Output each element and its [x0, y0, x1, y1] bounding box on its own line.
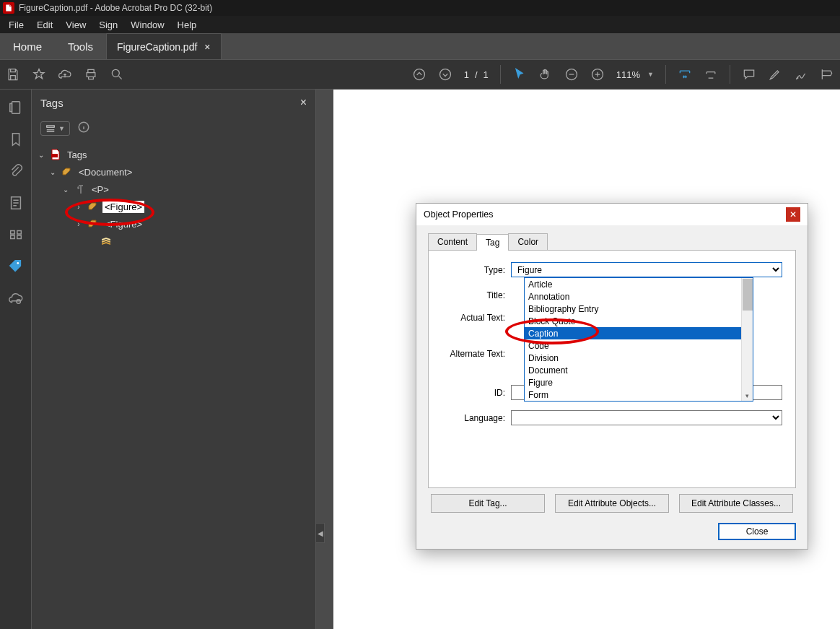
- menu-window[interactable]: Window: [125, 18, 170, 32]
- attachments-icon[interactable]: [8, 163, 24, 179]
- toolbar-separator: [665, 65, 666, 84]
- svg-point-2: [439, 69, 450, 80]
- dialog-tab-tag[interactable]: Tag: [476, 234, 509, 251]
- panel-collapse-handle[interactable]: ◀: [316, 523, 325, 543]
- tag-icon: [87, 217, 100, 230]
- dropdown-item[interactable]: Form: [525, 389, 753, 401]
- title-label: Title:: [442, 290, 511, 300]
- svg-point-1: [414, 69, 424, 80]
- dialog-tabs: Content Tag Color: [428, 233, 796, 250]
- menu-sign[interactable]: Sign: [93, 18, 123, 32]
- tree-figure-2[interactable]: › <Figure>: [36, 215, 311, 233]
- zoom-level[interactable]: 111% ▼: [616, 69, 654, 80]
- svg-rect-6: [9, 104, 12, 112]
- dialog-tab-color[interactable]: Color: [508, 233, 548, 250]
- fit-page-icon[interactable]: [704, 67, 718, 82]
- zoom-out-icon[interactable]: [564, 67, 579, 82]
- search-icon[interactable]: [110, 67, 124, 82]
- pointer-icon[interactable]: [512, 67, 527, 82]
- menu-file[interactable]: File: [3, 18, 30, 32]
- dialog-close-icon[interactable]: ✕: [786, 207, 800, 222]
- window-title: FigureCaption.pdf - Adobe Acrobat Pro DC…: [19, 3, 212, 13]
- fit-width-icon[interactable]: [678, 67, 692, 82]
- dialog-title: Object Properties: [424, 209, 494, 220]
- page-current[interactable]: 1: [464, 69, 469, 80]
- sign-icon[interactable]: [794, 67, 808, 82]
- cloud-up-icon[interactable]: [58, 67, 72, 82]
- zoom-value: 111%: [616, 69, 640, 80]
- page-down-icon[interactable]: [438, 67, 452, 82]
- svg-rect-12: [51, 154, 58, 157]
- edit-attribute-objects-button[interactable]: Edit Attribute Objects...: [555, 494, 669, 513]
- svg-point-0: [112, 69, 119, 77]
- language-select[interactable]: [511, 410, 782, 425]
- dialog-button-row: Edit Tag... Edit Attribute Objects... Ed…: [428, 494, 796, 513]
- dialog-tab-content[interactable]: Content: [428, 233, 477, 250]
- dropdown-item[interactable]: Annotation: [525, 290, 753, 303]
- edit-tag-button[interactable]: Edit Tag...: [431, 494, 545, 513]
- stamp-icon[interactable]: [820, 67, 834, 82]
- page-up-icon[interactable]: [412, 67, 426, 82]
- thumbnails-icon[interactable]: [8, 100, 24, 116]
- cloud-icon[interactable]: [8, 290, 24, 306]
- print-icon[interactable]: [84, 67, 98, 82]
- app-icon: [3, 2, 14, 14]
- dropdown-item[interactable]: Division: [525, 352, 753, 364]
- dropdown-item[interactable]: Block Quote: [525, 315, 753, 327]
- tab-home-label: Home: [13, 40, 42, 53]
- expand-icon[interactable]: ›: [74, 220, 84, 228]
- panel-close-icon[interactable]: ×: [300, 96, 307, 109]
- info-icon[interactable]: [77, 121, 90, 136]
- type-row: Type: Figure: [442, 262, 782, 277]
- collapse-icon[interactable]: ⌄: [61, 186, 71, 194]
- zoom-in-icon[interactable]: [590, 67, 605, 82]
- order-panel-icon[interactable]: [8, 227, 24, 243]
- menu-view[interactable]: View: [60, 18, 92, 32]
- tree-document[interactable]: ⌄ <Document>: [36, 163, 311, 181]
- tab-tools[interactable]: Tools: [55, 33, 106, 59]
- comment-icon[interactable]: [742, 67, 756, 82]
- dialog-body: Content Tag Color Type: Figure Article A…: [416, 225, 808, 549]
- tab-label: Color: [517, 237, 538, 247]
- edit-attribute-classes-button[interactable]: Edit Attribute Classes...: [679, 494, 793, 513]
- type-select[interactable]: Figure: [511, 262, 782, 277]
- tab-close-icon[interactable]: ×: [204, 41, 210, 53]
- scrollbar-thumb[interactable]: [743, 279, 753, 311]
- menu-help[interactable]: Help: [172, 18, 203, 32]
- dropdown-item[interactable]: Figure: [525, 376, 753, 389]
- tags-panel: Tags × ▼ ⌄ Tags ⌄ <Document: [32, 90, 316, 629]
- highlight-icon[interactable]: [768, 67, 782, 82]
- dropdown-item[interactable]: Code: [525, 339, 753, 352]
- dropdown-item[interactable]: Document: [525, 364, 753, 376]
- main-toolbar: 1 / 1 111% ▼: [0, 59, 840, 90]
- collapse-icon[interactable]: ⌄: [36, 151, 46, 159]
- tree-root[interactable]: ⌄ Tags: [36, 146, 311, 163]
- caret-down-icon: ▼: [58, 125, 65, 132]
- content-panel-icon[interactable]: [8, 195, 24, 211]
- tags-panel-icon[interactable]: [8, 259, 24, 274]
- tree-figure-1-label: <Figure>: [102, 201, 144, 213]
- tags-options-button[interactable]: ▼: [40, 121, 70, 136]
- tab-document[interactable]: FigureCaption.pdf ×: [106, 33, 221, 59]
- dropdown-item-selected[interactable]: Caption: [525, 327, 753, 339]
- language-label: Language:: [442, 413, 511, 423]
- expand-icon[interactable]: ›: [74, 203, 84, 211]
- dialog-close-button[interactable]: Close: [718, 523, 796, 540]
- dropdown-item[interactable]: Article: [525, 278, 753, 290]
- scroll-down-icon[interactable]: ▾: [743, 391, 753, 401]
- actual-text-label: Actual Text:: [442, 313, 511, 323]
- tree-p[interactable]: ⌄ <P>: [36, 181, 311, 198]
- bookmarks-icon[interactable]: [8, 131, 24, 147]
- dialog-titlebar[interactable]: Object Properties ✕: [416, 204, 808, 225]
- collapse-icon[interactable]: ⌄: [48, 168, 58, 176]
- save-icon[interactable]: [6, 67, 20, 82]
- tree-content-item[interactable]: [36, 233, 311, 250]
- hand-icon[interactable]: [538, 67, 553, 82]
- tree-figure-1[interactable]: › <Figure>: [36, 198, 311, 215]
- tags-panel-header: Tags ×: [32, 90, 315, 116]
- menu-edit[interactable]: Edit: [31, 18, 58, 32]
- star-icon[interactable]: [32, 67, 46, 82]
- tab-home[interactable]: Home: [0, 33, 55, 59]
- dropdown-scrollbar[interactable]: ▾: [741, 278, 753, 401]
- dropdown-item[interactable]: Bibliography Entry: [525, 303, 753, 315]
